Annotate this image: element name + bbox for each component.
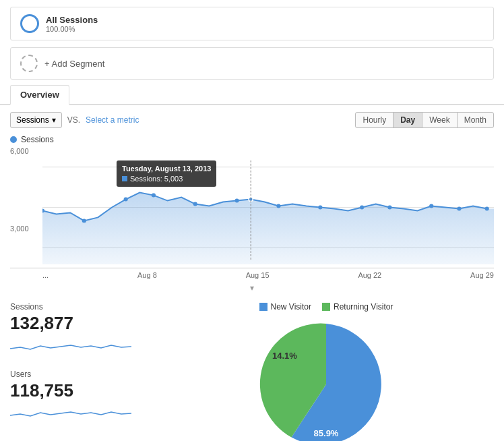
tab-overview[interactable]: Overview <box>10 85 69 105</box>
time-btn-hourly[interactable]: Hourly <box>355 112 393 128</box>
users-metric-card: Users 118,755 <box>10 370 145 426</box>
y-label-top: 6,000 <box>10 147 40 155</box>
add-segment-icon <box>20 55 38 72</box>
chart-svg <box>42 147 494 268</box>
time-btn-month[interactable]: Month <box>457 112 494 128</box>
legend-returning-visitor: Returning Visitor <box>322 302 393 312</box>
sessions-metric-card: Sessions 132,877 <box>10 302 145 359</box>
metric-dropdown[interactable]: Sessions ▾ <box>10 112 62 128</box>
chart-legend-label: Sessions <box>21 135 54 144</box>
pie-chart: 14.1% 85.9% <box>252 317 400 441</box>
pie-label-returning: 14.1% <box>272 351 297 361</box>
controls-left: Sessions ▾ VS. Select a metric <box>10 112 139 128</box>
sessions-label: Sessions <box>10 302 145 312</box>
x-label-aug8: Aug 8 <box>137 271 157 279</box>
add-segment-bar[interactable]: + Add Segment <box>10 47 494 80</box>
x-label-0: ... <box>42 271 49 279</box>
chart-inner: Tuesday, August 13, 2013 Sessions: 5,003 <box>42 147 494 268</box>
pie-legend: New Visitor Returning Visitor <box>259 302 393 312</box>
bottom-section: Sessions 132,877 Users 118,755 New Visit… <box>0 295 504 441</box>
x-label-aug29: Aug 29 <box>470 271 494 279</box>
select-metric-link[interactable]: Select a metric <box>86 115 139 125</box>
scroll-arrow[interactable]: ▾ <box>10 282 494 295</box>
tabs-row: Overview <box>0 84 504 105</box>
svg-point-13 <box>360 206 364 210</box>
x-axis-labels: ... Aug 8 Aug 15 Aug 22 Aug 29 <box>10 268 494 282</box>
chart-wrapper[interactable]: 6,000 3,000 <box>10 147 494 268</box>
dropdown-arrow-icon: ▾ <box>52 115 56 125</box>
legend-dot-sessions <box>10 136 17 143</box>
legend-new-visitor: New Visitor <box>259 302 311 312</box>
svg-point-8 <box>193 202 197 206</box>
svg-point-11 <box>276 204 280 208</box>
all-sessions-segment: All Sessions 100.00% <box>10 7 494 40</box>
sessions-sparkline <box>10 336 145 359</box>
chart-legend: Sessions <box>10 135 494 144</box>
returning-visitor-label: Returning Visitor <box>334 302 393 312</box>
users-sparkline <box>10 404 145 426</box>
add-segment-label: + Add Segment <box>44 59 104 69</box>
chart-area: Sessions 6,000 3,000 <box>0 135 504 295</box>
metric-label: Sessions <box>16 115 49 125</box>
svg-point-6 <box>124 198 128 202</box>
sessions-value: 132,877 <box>10 313 145 334</box>
x-label-aug22: Aug 22 <box>358 271 381 279</box>
time-btn-week[interactable]: Week <box>422 112 457 128</box>
time-btn-day[interactable]: Day <box>393 112 422 128</box>
svg-point-5 <box>82 218 86 223</box>
segment-name: All Sessions <box>46 15 98 25</box>
svg-point-17 <box>485 207 489 211</box>
svg-point-7 <box>152 194 156 198</box>
pie-svg <box>252 317 400 441</box>
time-buttons-group: Hourly Day Week Month <box>356 112 494 128</box>
y-axis-labels: 6,000 3,000 <box>10 147 40 268</box>
svg-point-9 <box>235 199 239 203</box>
users-value: 118,755 <box>10 380 145 401</box>
controls-row: Sessions ▾ VS. Select a metric Hourly Da… <box>0 105 504 135</box>
segment-icon <box>20 14 39 33</box>
returning-visitor-color-icon <box>322 303 330 311</box>
new-visitor-color-icon <box>259 303 267 311</box>
new-visitor-label: New Visitor <box>271 302 311 312</box>
pie-label-new: 85.9% <box>314 428 339 438</box>
y-label-3000: 3,000 <box>10 225 40 233</box>
svg-point-12 <box>318 206 322 210</box>
svg-point-14 <box>387 206 391 210</box>
svg-point-16 <box>457 207 461 211</box>
svg-point-15 <box>429 204 433 208</box>
metrics-column: Sessions 132,877 Users 118,755 <box>10 302 145 441</box>
segment-info: All Sessions 100.00% <box>46 15 98 33</box>
vs-label: VS. <box>67 115 80 125</box>
pie-section: New Visitor Returning Visitor 14.1% <box>158 302 494 441</box>
segment-percentage: 100.00% <box>46 25 98 33</box>
x-label-aug15: Aug 15 <box>246 271 270 279</box>
users-label: Users <box>10 370 145 379</box>
